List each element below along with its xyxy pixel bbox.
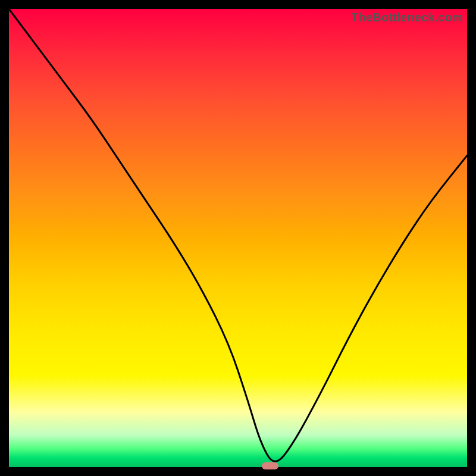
bottleneck-curve xyxy=(9,9,467,467)
optimal-marker xyxy=(262,462,278,469)
curve-path xyxy=(9,9,467,461)
chart-frame: TheBottleneck.com xyxy=(0,0,476,476)
